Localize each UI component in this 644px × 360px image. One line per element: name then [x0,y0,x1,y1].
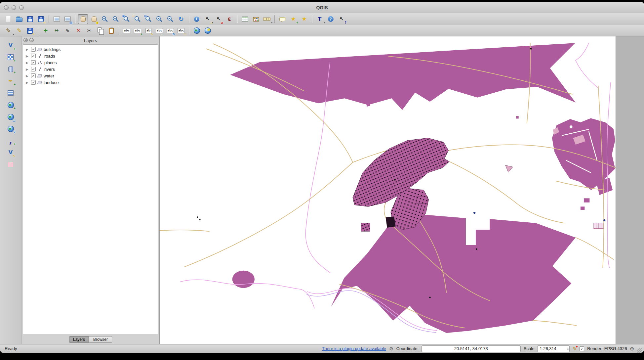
new-bookmark-button[interactable]: ★+ [288,14,298,24]
refresh-button[interactable]: ↻ [176,14,186,24]
zoom-out-button[interactable]: − [111,14,121,24]
crs-status-icon[interactable]: ⊕ [630,346,634,352]
measure-button[interactable]: ▾ [262,14,272,24]
dropdown-arrow-icon[interactable]: ▾ [13,33,14,36]
expander-icon[interactable]: ▶ [26,74,29,78]
save-project-button[interactable] [25,14,35,24]
zoom-to-selection-button[interactable]: □ [133,14,142,24]
scale-spinner-icon[interactable]: ▴▾ [567,347,568,351]
float-panel-icon[interactable]: ▫ [29,38,34,42]
expander-icon[interactable]: ▶ [26,68,29,71]
expander-icon[interactable]: ▶ [26,61,29,65]
save-layer-edits-button[interactable]: ✎ [25,26,35,36]
dropdown-arrow-icon[interactable]: ▾ [212,22,213,24]
render-checkbox[interactable]: ✓ [580,346,584,351]
attribute-table-button[interactable] [240,14,250,24]
select-features-button[interactable]: ↖□▾ [203,14,213,24]
plugins-globe-button[interactable] [203,26,213,36]
add-postgis-layer-icon [8,66,13,72]
plugin-icon[interactable]: ⚙ [389,346,393,351]
label-edit-button[interactable]: ab✎ [143,26,153,36]
layer-visibility-checkbox[interactable]: ✓ [31,47,36,52]
node-tool-button[interactable]: ∿ [62,26,72,36]
toolbar-separator [189,27,189,35]
add-vector-layer-button[interactable]: V+ [6,40,16,50]
identify-button[interactable]: i [192,14,202,24]
current-edits-button[interactable]: ✎▾ [3,26,13,36]
layer-visibility-checkbox[interactable]: ✓ [31,60,36,65]
panel-tabs: LayersBrowser [21,336,159,343]
add-wcs-layer-button[interactable]: ▤ [6,112,16,122]
help-button[interactable]: ? [326,14,336,24]
open-project-button[interactable] [14,14,24,24]
layer-row-roads[interactable]: ▶✓roads [23,53,158,59]
toolbar-separator [119,27,119,35]
resize-grip[interactable] [637,348,642,353]
whats-this-button[interactable]: ↖? [337,14,346,24]
pan-map-button[interactable] [78,14,88,24]
new-shapefile-layer-button[interactable]: V✎ [6,148,16,158]
plugin-update-link[interactable]: There is a plugin update available [322,346,386,351]
tab-browser[interactable]: Browser [89,336,112,343]
add-wfs-layer-button[interactable]: V [6,124,16,134]
coordinate-input[interactable] [422,345,521,352]
layer-visibility-checkbox[interactable]: ✓ [31,73,36,78]
layer-visibility-checkbox[interactable]: ✓ [31,80,36,85]
expander-icon[interactable]: ▶ [26,48,29,51]
add-spatialite-layer-button[interactable]: ✒+ [6,76,16,86]
close-panel-icon[interactable]: ✕ [23,38,28,42]
move-feature-button[interactable]: ↔ [52,26,61,36]
dropdown-arrow-icon[interactable]: ▾ [271,22,272,24]
map-canvas[interactable] [160,36,616,344]
zoom-last-button[interactable]: ◂ [154,14,164,24]
tab-layers[interactable]: Layers [69,336,89,343]
layer-visibility-checkbox[interactable]: ✓ [31,67,36,71]
label-rotate-button[interactable]: abc↻ [165,26,175,36]
label-move-button[interactable]: abc↔ [154,26,164,36]
delete-selected-icon: ✕ [76,28,81,33]
delete-selected-button[interactable]: ✕ [73,26,83,36]
layer-row-rivers[interactable]: ▶✓rivers [23,66,158,72]
composer-manager-button[interactable]: ▤ [62,14,72,24]
add-wms-layer-button[interactable]: + [6,100,16,110]
polygon-geometry-icon [37,74,42,77]
field-calculator-button[interactable] [251,14,261,24]
web-globe-button[interactable] [192,26,202,36]
layer-row-places[interactable]: ▶✓places [23,59,158,66]
scale-combo[interactable]: 1:26,314 ▴▾ [537,345,570,352]
add-delimited-text-button[interactable]: ,+ [6,136,16,146]
remove-layer-button[interactable] [6,159,16,169]
add-mssql-layer-button[interactable] [6,88,16,98]
new-project-button[interactable] [3,14,13,24]
zoom-next-button[interactable]: ▸ [165,14,175,24]
select-by-expression-button[interactable]: ε [224,14,234,24]
cut-features-button[interactable]: ✂ [84,26,94,36]
pan-to-selection-button[interactable]: ▣ [89,14,99,24]
label-pin-button[interactable]: abc+ [133,26,142,36]
layer-row-landuse[interactable]: ▶✓landuse [23,79,158,86]
copy-features-button[interactable] [95,26,105,36]
zoom-to-layer-button[interactable]: ▤ [143,14,153,24]
labeling-options-button[interactable]: abc [122,26,132,36]
zoom-in-button[interactable]: + [100,14,110,24]
expander-icon[interactable]: ▶ [26,54,29,58]
dropdown-arrow-icon[interactable]: ▾ [324,22,325,24]
show-bookmarks-button[interactable]: ★ [299,14,309,24]
icon-badge: + [14,47,16,51]
toggle-editing-button[interactable]: ✎ [14,26,24,36]
layer-visibility-checkbox[interactable]: ✓ [31,54,36,58]
add-feature-button[interactable]: + [41,26,51,36]
add-raster-layer-button[interactable]: + [6,52,16,62]
save-project-as-button[interactable]: ✎ [36,14,46,24]
new-composer-button[interactable] [52,14,61,24]
deselect-features-button[interactable]: ↖⊘ [214,14,223,24]
label-change-button[interactable]: abc□ [176,26,186,36]
paste-features-button[interactable] [106,26,116,36]
add-postgis-layer-button[interactable]: + [6,64,16,74]
layer-row-buildings[interactable]: ▶✓buildings [23,46,158,53]
zoom-full-button[interactable]: ▣ [122,14,132,24]
layer-row-water[interactable]: ▶✓water [23,72,158,79]
map-tips-button[interactable] [277,14,287,24]
expander-icon[interactable]: ▶ [26,81,29,84]
text-annotation-button[interactable]: T▾ [315,14,325,24]
